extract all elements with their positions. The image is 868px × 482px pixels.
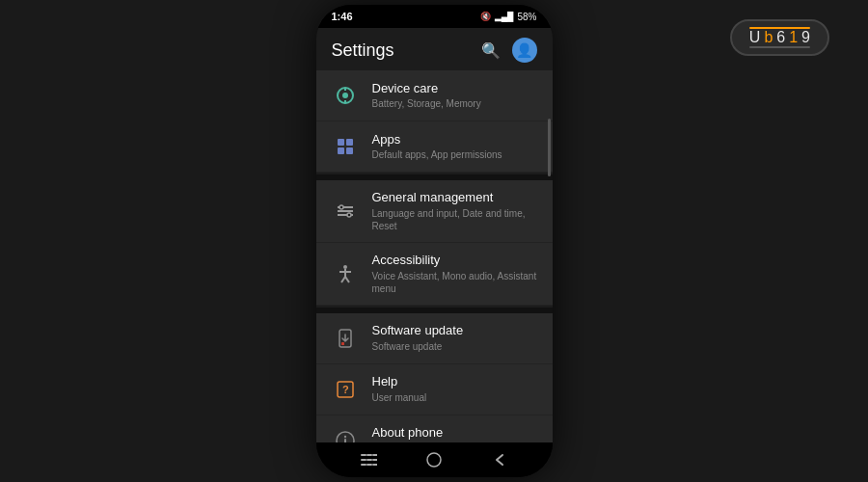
device-care-icon — [330, 80, 361, 111]
svg-point-23 — [343, 436, 345, 438]
help-text: Help User manual — [372, 374, 539, 404]
search-icon[interactable]: 🔍 — [481, 41, 501, 60]
help-subtitle: User manual — [372, 391, 539, 404]
svg-point-11 — [339, 205, 343, 209]
status-time: 1:46 — [332, 11, 353, 22]
scroll-indicator — [548, 119, 551, 176]
settings-header: Settings 🔍 👤 — [316, 28, 553, 70]
settings-item-help[interactable]: ? Help User manual — [316, 364, 553, 415]
profile-avatar[interactable]: 👤 — [512, 38, 537, 63]
battery-percent: 58% — [517, 12, 536, 22]
svg-rect-6 — [338, 147, 344, 154]
mute-icon: 🔇 — [480, 12, 491, 21]
svg-text:?: ? — [342, 384, 349, 395]
apps-title: Apps — [372, 132, 539, 148]
status-icons: 🔇 ▂▄█ 58% — [480, 12, 537, 22]
svg-point-13 — [343, 265, 347, 269]
apps-text: Apps Default apps, App permissions — [372, 132, 539, 162]
settings-item-general-management[interactable]: General management Language and input, D… — [316, 180, 553, 243]
background-logo: U b 6 1 9 — [730, 19, 829, 56]
settings-group-2: General management Language and input, D… — [316, 180, 553, 306]
settings-item-software-update[interactable]: Software update Software update — [316, 313, 553, 364]
signal-icon: ▂▄█ — [495, 12, 514, 21]
accessibility-text: Accessibility Voice Assistant, Mono audi… — [372, 253, 539, 295]
about-phone-title: About phone — [372, 425, 539, 442]
software-update-title: Software update — [372, 323, 539, 339]
avatar-icon: 👤 — [516, 42, 532, 58]
logo-number-1: 1 — [789, 29, 798, 46]
accessibility-title: Accessibility — [372, 253, 539, 269]
svg-rect-19 — [341, 342, 344, 345]
settings-group-1: Device care Battery, Storage, Memory — [316, 70, 553, 173]
help-icon: ? — [330, 374, 361, 405]
software-update-text: Software update Software update — [372, 323, 539, 353]
settings-item-apps[interactable]: Apps Default apps, App permissions — [316, 121, 553, 173]
svg-line-17 — [345, 277, 349, 282]
logo-number-6: 6 — [776, 29, 785, 46]
about-phone-text: About phone Status, Legal information, P… — [372, 425, 539, 442]
settings-list: Device care Battery, Storage, Memory — [316, 70, 553, 442]
nav-home-icon[interactable] — [420, 445, 448, 474]
logo-number-9: 9 — [801, 29, 810, 46]
settings-group-3: Software update Software update ? Help U… — [316, 313, 553, 442]
svg-rect-5 — [346, 139, 353, 146]
nav-back-icon[interactable] — [485, 445, 514, 474]
page-title: Settings — [332, 40, 394, 61]
header-icons: 🔍 👤 — [481, 38, 537, 63]
about-phone-icon — [330, 425, 361, 442]
logo-letter-u: U — [749, 29, 761, 46]
settings-item-device-care[interactable]: Device care Battery, Storage, Memory — [316, 70, 553, 121]
logo-letter-b: b — [764, 29, 773, 46]
general-management-text: General management Language and input, D… — [372, 190, 539, 232]
device-care-title: Device care — [372, 81, 539, 97]
nav-menu-icon[interactable] — [354, 445, 383, 474]
help-title: Help — [372, 374, 539, 390]
accessibility-icon — [330, 258, 361, 289]
device-care-subtitle: Battery, Storage, Memory — [372, 97, 539, 110]
software-update-icon — [330, 323, 361, 354]
settings-screen: Settings 🔍 👤 — [316, 28, 553, 442]
svg-rect-4 — [338, 139, 344, 146]
general-management-title: General management — [372, 190, 539, 206]
nav-bar — [316, 442, 553, 477]
accessibility-subtitle: Voice Assistant, Mono audio, Assistant m… — [372, 270, 539, 295]
apps-icon — [330, 131, 361, 162]
software-update-subtitle: Software update — [372, 340, 539, 353]
general-management-subtitle: Language and input, Date and time, Reset — [372, 207, 539, 232]
device-care-text: Device care Battery, Storage, Memory — [372, 81, 539, 111]
settings-item-about-phone[interactable]: About phone Status, Legal information, P… — [316, 415, 553, 442]
apps-subtitle: Default apps, App permissions — [372, 148, 539, 161]
svg-point-35 — [427, 453, 441, 467]
svg-point-1 — [342, 93, 348, 98]
svg-rect-7 — [346, 147, 353, 154]
phone-container: 1:46 🔇 ▂▄█ 58% Settings 🔍 👤 — [316, 5, 553, 477]
svg-point-12 — [347, 213, 351, 217]
status-bar: 1:46 🔇 ▂▄█ 58% — [316, 5, 553, 28]
general-management-icon — [330, 196, 361, 227]
settings-item-accessibility[interactable]: Accessibility Voice Assistant, Mono audi… — [316, 243, 553, 306]
